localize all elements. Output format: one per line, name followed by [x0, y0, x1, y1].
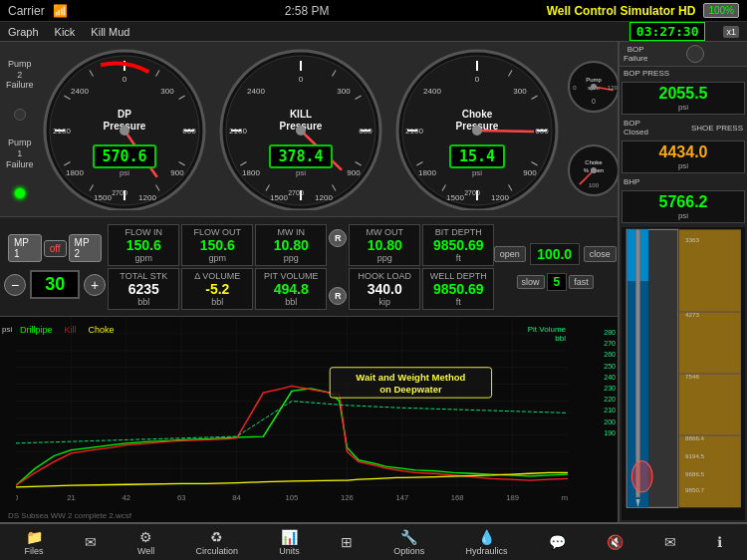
svg-line-84 [477, 131, 534, 132]
svg-text:0: 0 [592, 98, 596, 105]
off-button[interactable]: off [44, 240, 67, 257]
bottom-chat[interactable]: 💬 [543, 532, 572, 553]
dp-gauge-container: 0 300 600 900 1200 1500 1800 2100 2400 2… [38, 46, 212, 210]
legend-drillpipe: Drillpipe [20, 325, 53, 335]
flow-out-cell: FLOW OUT 150.6 gpm [181, 224, 253, 266]
file-path: DS Subsea WW 2 complete 2.wcsf [4, 511, 135, 520]
y-right-axis: 280270260250240230220210200190 [604, 327, 616, 438]
minus-button[interactable]: − [4, 274, 26, 296]
shoe-press-unit: psi [626, 161, 740, 170]
bottom-bar: 📁 Files ✉ ⚙ Well ♻ Circulation 📊 Units ⊞… [0, 522, 747, 560]
mp1-button[interactable]: MP 1 [8, 234, 42, 262]
svg-text:1200: 1200 [491, 193, 509, 202]
svg-text:1200: 1200 [315, 193, 333, 202]
chart-legend: Drillpipe Kill Choke [20, 325, 115, 335]
data-section-4: MW OUT 10.80 ppg HOOK LOAD 340.0 kip [349, 224, 420, 310]
well-visual: 3363 4273 7546 8866.4 9194.5 9686.5 9850… [622, 227, 745, 520]
svg-text:Pump: Pump [586, 77, 602, 83]
svg-text:2400: 2400 [71, 87, 89, 96]
files-icon: 📁 [26, 529, 43, 545]
flow-in-cell: FLOW IN 150.6 gpm [108, 224, 179, 266]
nav-graph[interactable]: Graph [8, 26, 39, 38]
svg-text:600: 600 [359, 127, 373, 136]
bop-failure-label: BOPFailure [623, 45, 647, 63]
close-button[interactable]: close [584, 246, 617, 262]
hydraulics-label: Hydraulics [465, 546, 507, 556]
svg-text:min: min [562, 494, 568, 502]
svg-text:8866.4: 8866.4 [685, 434, 704, 441]
left-panel: Pump 2Failure Pump 1Failure [0, 42, 618, 522]
svg-text:1500: 1500 [94, 193, 112, 202]
svg-text:1800: 1800 [418, 168, 436, 177]
svg-text:2400: 2400 [423, 87, 441, 96]
bottom-envelope[interactable]: ✉ [658, 532, 682, 553]
nav-kill-mud[interactable]: Kill Mud [91, 26, 129, 38]
svg-text:Wait and Weight Method: Wait and Weight Method [356, 374, 465, 383]
wifi-icon: 📶 [53, 4, 68, 18]
well-depth-cell: WELL DEPTH 9850.69 ft [422, 268, 494, 310]
slow-button[interactable]: slow [517, 275, 545, 289]
nav-kick[interactable]: Kick [55, 26, 76, 38]
bop-closed-label: BOPClosed [623, 119, 648, 137]
svg-text:2100: 2100 [229, 127, 247, 136]
choke-pressure-gauge-svg: 0 300 600 900 1200 1500 1800 2100 2400 2… [390, 46, 565, 210]
units-label: Units [279, 546, 300, 556]
fast-button[interactable]: fast [569, 275, 594, 289]
pump-controls: MP 1 off MP 2 − 30 + [4, 230, 106, 303]
svg-rect-152 [635, 229, 639, 497]
bottom-well[interactable]: ⚙ Well [131, 527, 160, 558]
svg-text:2400: 2400 [247, 87, 265, 96]
open-button[interactable]: open [494, 246, 526, 262]
kill-gauge-container: 0 300 600 900 1200 1500 1800 2100 2400 2… [214, 46, 388, 210]
svg-text:21: 21 [67, 494, 75, 502]
svg-rect-151 [679, 229, 741, 507]
svg-text:378.4: 378.4 [278, 147, 323, 165]
well-diagram: 3363 4273 7546 8866.4 9194.5 9686.5 9850… [622, 227, 745, 520]
mp2-button[interactable]: MP 2 [69, 234, 103, 262]
svg-text:120: 120 [608, 85, 619, 91]
r2-button[interactable]: R [329, 287, 347, 305]
dp-gauge-svg: 0 300 600 900 1200 1500 1800 2100 2400 2… [38, 46, 212, 210]
bottom-units[interactable]: 📊 Units [273, 527, 306, 558]
bottom-mute[interactable]: 🔇 [601, 532, 629, 553]
bottom-info[interactable]: ℹ [711, 532, 728, 553]
choke-pct-gauge: Choke % open 100 [567, 143, 622, 198]
legend-kill: Kill [65, 325, 77, 335]
svg-point-56 [296, 126, 306, 136]
choke-controls-area: open 100.0 close slow 5 fast [496, 241, 614, 293]
delta-volume-cell: Δ VOLUME -5.2 bbl [181, 268, 253, 310]
svg-point-27 [120, 126, 129, 136]
r1-button[interactable]: R [329, 229, 347, 247]
svg-text:1800: 1800 [66, 168, 84, 177]
well-icon: ⚙ [139, 529, 152, 545]
svg-text:9850.7: 9850.7 [685, 486, 704, 493]
bottom-hydraulics[interactable]: 💧 Hydraulics [459, 527, 513, 558]
svg-text:on Deepwater: on Deepwater [379, 386, 442, 395]
envelope-icon: ✉ [664, 534, 676, 550]
svg-text:0: 0 [298, 75, 303, 84]
plus-button[interactable]: + [84, 274, 106, 296]
pump2-light [14, 109, 26, 121]
chart-area: DS Subsea WW 2 complete 2.wcsf psi Pit V… [0, 316, 618, 522]
svg-text:2100: 2100 [405, 127, 423, 136]
bottom-mail[interactable]: ✉ [79, 532, 103, 553]
svg-text:psi: psi [471, 168, 481, 177]
svg-point-85 [472, 126, 482, 136]
left-indicators: Pump 2Failure Pump 1Failure [4, 46, 36, 212]
units-icon: 📊 [281, 529, 298, 545]
bit-depth-cell: BIT DEPTH 9850.69 ft [422, 224, 494, 266]
info-icon: ℹ [717, 534, 722, 550]
well-label: Well [137, 546, 154, 556]
bottom-files[interactable]: 📁 Files [19, 527, 50, 558]
hook-load-cell: HOOK LOAD 340.0 kip [349, 268, 420, 310]
svg-text:570.6: 570.6 [102, 147, 146, 165]
svg-text:0: 0 [16, 494, 18, 502]
bottom-options[interactable]: 🔧 Options [387, 527, 430, 558]
bottom-circulation[interactable]: ♻ Circulation [190, 527, 245, 558]
svg-text:DP: DP [118, 109, 131, 120]
svg-text:Choke: Choke [461, 109, 492, 120]
bhp-label: BHP [620, 175, 747, 188]
svg-point-156 [631, 461, 652, 492]
bottom-grid[interactable]: ⊞ [335, 532, 359, 553]
status-time: 2:58 PM [285, 4, 330, 18]
